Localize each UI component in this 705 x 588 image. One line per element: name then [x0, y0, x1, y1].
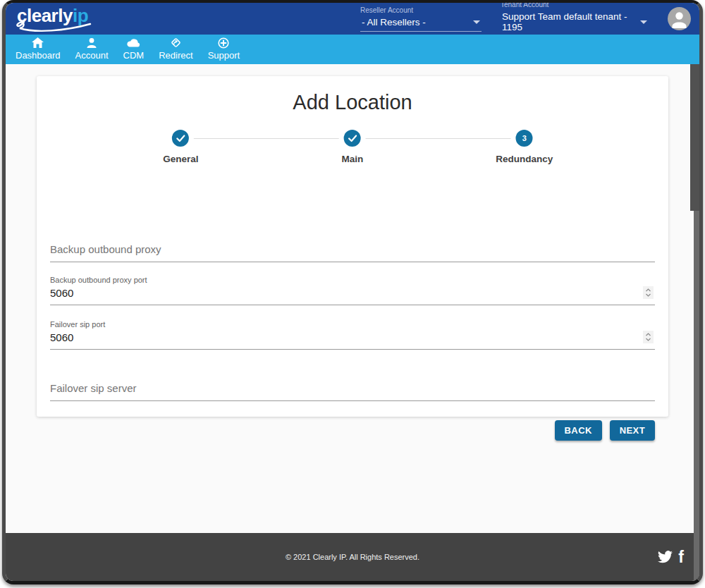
tenant-account-value: Support Team default tenant - 1195: [502, 11, 633, 32]
failover-sip-server-input[interactable]: [50, 379, 655, 401]
clearlyip-logo[interactable]: clearlyip: [17, 6, 88, 31]
nav-item-label: Dashboard: [16, 50, 61, 61]
home-icon: [32, 37, 44, 49]
reseller-account-select[interactable]: - All Resellers -: [360, 16, 482, 32]
page-title: Add Location: [37, 76, 668, 114]
reseller-account-value: - All Resellers -: [362, 17, 426, 27]
backup-outbound-proxy-port-field: Backup outbound proxy port: [50, 276, 655, 305]
wizard-stepper: General Main 3 Redundancy: [37, 130, 668, 180]
step-complete-check-icon: [172, 130, 189, 147]
main-content: Add Location General Main 3: [6, 64, 699, 533]
step-number-badge: 3: [516, 130, 533, 147]
back-button[interactable]: BACK: [555, 420, 602, 441]
nav-item-dashboard[interactable]: Dashboard: [16, 37, 61, 61]
top-header: clearlyip Reseller Account - All Reselle…: [6, 3, 699, 35]
nav-item-label: Account: [75, 50, 109, 61]
chevron-down-icon: [473, 20, 480, 24]
number-spinner[interactable]: [643, 286, 654, 299]
reseller-account-label: Reseller Account: [360, 6, 482, 14]
next-button[interactable]: NEXT: [610, 420, 655, 441]
main-navbar: Dashboard Account CDM Redirect: [6, 35, 699, 64]
plus-circle-icon: [218, 37, 229, 49]
twitter-icon[interactable]: [658, 549, 673, 565]
redundancy-form: Backup outbound proxy port Failover sip …: [37, 240, 668, 441]
wizard-actions: BACK NEXT: [50, 420, 655, 441]
step-label: General: [163, 154, 198, 164]
field-label: Backup outbound proxy port: [50, 276, 655, 284]
facebook-icon[interactable]: f: [678, 549, 684, 565]
nav-item-account[interactable]: Account: [75, 37, 109, 61]
copyright-text: © 2021 Clearly IP. All Rights Reserved.: [286, 553, 419, 561]
tenant-account-select[interactable]: Support Team default tenant - 1195: [501, 10, 649, 37]
nav-item-support[interactable]: Support: [208, 37, 240, 61]
logo-swoosh-icon: [14, 21, 93, 32]
add-location-card: Add Location General Main 3: [37, 76, 668, 417]
step-label: Main: [342, 154, 364, 164]
tenant-account-select-group: Tenant Account Support Team default tena…: [501, 1, 649, 37]
step-label: Redundancy: [496, 154, 553, 164]
person-icon: [668, 7, 691, 30]
failover-sip-port-input[interactable]: [50, 329, 655, 350]
step-main[interactable]: Main: [342, 130, 364, 164]
redirect-icon: [170, 37, 182, 49]
nav-item-label: CDM: [123, 50, 145, 61]
failover-sip-port-field: Failover sip port: [50, 320, 655, 350]
nav-item-label: Redirect: [159, 50, 192, 61]
backup-outbound-proxy-input[interactable]: [50, 240, 655, 262]
nav-item-label: Support: [208, 50, 240, 61]
nav-item-redirect[interactable]: Redirect: [159, 37, 192, 61]
user-avatar[interactable]: [668, 7, 691, 30]
failover-sip-server-field: [50, 379, 655, 401]
backup-outbound-proxy-field: [50, 240, 655, 262]
number-spinner[interactable]: [643, 331, 654, 343]
cloud-icon: [127, 37, 140, 49]
scrollbar-thumb[interactable]: [690, 64, 699, 211]
social-links: f: [658, 549, 684, 565]
app-window: clearlyip Reseller Account - All Reselle…: [2, 0, 703, 584]
step-complete-check-icon: [344, 130, 361, 147]
chevron-down-icon: [640, 20, 647, 24]
nav-item-cdm[interactable]: CDM: [123, 37, 145, 61]
person-icon: [86, 37, 97, 49]
reseller-account-select-group: Reseller Account - All Resellers -: [360, 6, 482, 32]
page-footer: © 2021 Clearly IP. All Rights Reserved. …: [6, 533, 699, 581]
field-label: Failover sip port: [50, 320, 655, 329]
tenant-account-label: Tenant Account: [501, 1, 649, 8]
step-redundancy[interactable]: 3 Redundancy: [496, 130, 553, 164]
step-general[interactable]: General: [163, 130, 198, 164]
backup-outbound-proxy-port-input[interactable]: [50, 284, 655, 305]
